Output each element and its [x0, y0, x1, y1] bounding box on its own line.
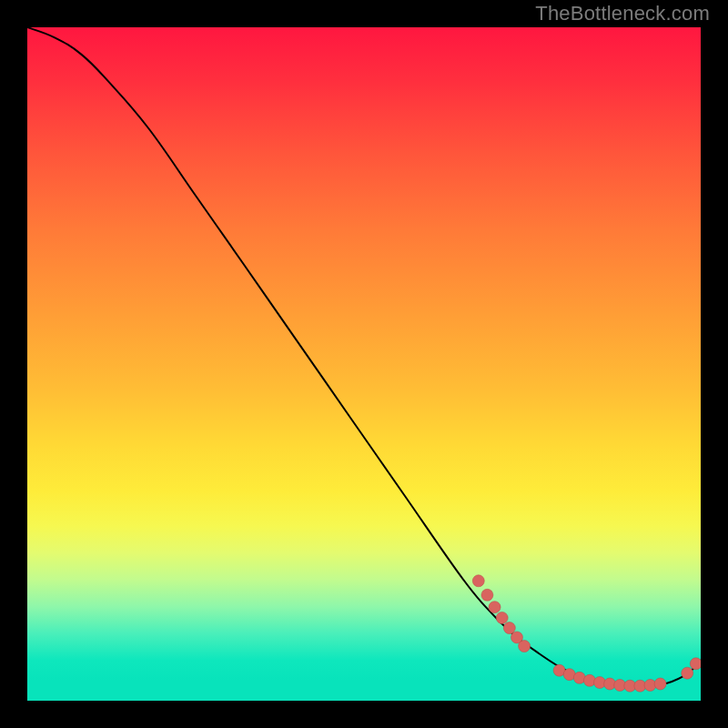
- main-curve: [27, 27, 701, 686]
- data-dot: [654, 678, 666, 690]
- data-dot: [519, 641, 531, 652]
- data-dot: [583, 674, 595, 686]
- data-dot: [489, 602, 500, 613]
- plot-area: [27, 27, 701, 701]
- data-dot: [682, 667, 693, 679]
- chart-svg: [27, 27, 701, 701]
- chart-frame: TheBottleneck.com: [0, 0, 728, 728]
- data-dots: [472, 575, 701, 692]
- data-dot: [481, 589, 493, 601]
- data-dot: [496, 612, 508, 623]
- watermark-label: TheBottleneck.com: [535, 2, 710, 25]
- data-dot: [690, 658, 701, 670]
- data-dot: [503, 622, 515, 634]
- data-dot: [472, 575, 484, 587]
